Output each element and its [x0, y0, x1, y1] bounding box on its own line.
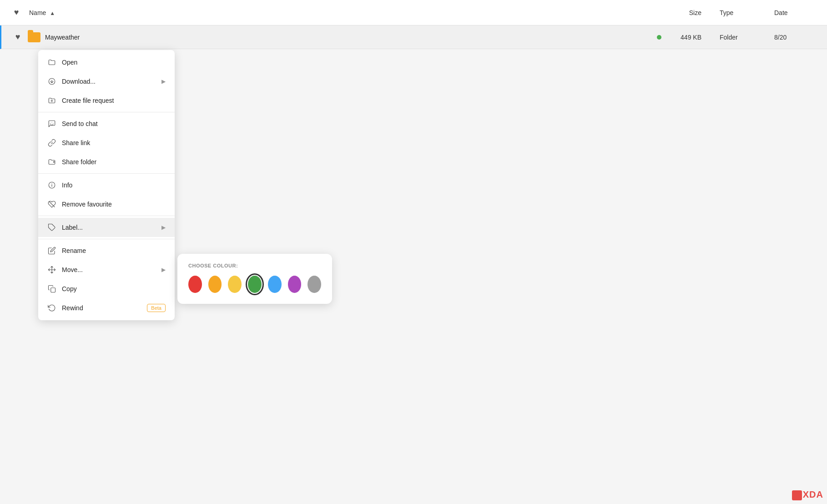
move-icon	[47, 265, 56, 274]
menu-item-remove-favourite[interactable]: Remove favourite	[38, 195, 175, 214]
file-date: 8/20	[774, 34, 820, 41]
sync-status-dot	[657, 35, 661, 40]
menu-remove-favourite-label: Remove favourite	[62, 201, 166, 208]
divider-1	[38, 112, 175, 112]
menu-copy-label: Copy	[62, 285, 166, 292]
header-type-column[interactable]: Type	[720, 9, 774, 16]
rewind-icon	[47, 303, 56, 312]
share-link-icon	[47, 138, 56, 147]
menu-rename-label: Rename	[62, 247, 166, 254]
file-name: Mayweather	[45, 34, 657, 41]
menu-send-to-chat-label: Send to chat	[62, 120, 166, 127]
open-icon	[47, 58, 56, 67]
color-dot-blue[interactable]	[268, 276, 282, 293]
menu-info-label: Info	[62, 181, 166, 189]
file-favourite-icon[interactable]: ♥	[9, 32, 27, 42]
divider-3	[38, 216, 175, 216]
menu-create-file-request-label: Create file request	[62, 97, 166, 104]
menu-item-open[interactable]: Open	[38, 53, 175, 72]
menu-item-share-folder[interactable]: Share folder	[38, 152, 175, 171]
menu-move-label: Move...	[62, 266, 156, 273]
menu-item-rewind[interactable]: Rewind Beta	[38, 298, 175, 318]
label-arrow-icon: ▶	[161, 224, 166, 231]
menu-open-label: Open	[62, 59, 166, 66]
send-to-chat-icon	[47, 119, 56, 128]
file-row-mayweather[interactable]: ♥ Mayweather 449 KB Folder 8/20	[0, 25, 827, 49]
share-folder-icon	[47, 157, 56, 166]
file-size: 449 KB	[665, 34, 720, 41]
menu-item-copy[interactable]: Copy	[38, 279, 175, 298]
color-dots-container	[188, 276, 321, 293]
menu-item-label[interactable]: Label... ▶	[38, 218, 175, 237]
menu-item-create-file-request[interactable]: Create file request	[38, 91, 175, 110]
color-dot-yellow[interactable]	[228, 276, 242, 293]
download-icon	[47, 77, 56, 86]
header-size-column[interactable]: Size	[665, 9, 720, 16]
menu-share-link-label: Share link	[62, 139, 166, 146]
menu-share-folder-label: Share folder	[62, 158, 166, 166]
menu-item-share-link[interactable]: Share link	[38, 133, 175, 152]
color-dot-green[interactable]	[248, 276, 262, 293]
color-dot-purple[interactable]	[288, 276, 302, 293]
move-arrow-icon: ▶	[161, 267, 166, 273]
info-icon	[47, 181, 56, 190]
menu-rewind-label: Rewind	[62, 304, 141, 312]
color-dot-orange[interactable]	[208, 276, 222, 293]
menu-label-label: Label...	[62, 224, 156, 231]
file-list-header: ♥ Name ▲ Size Type Date	[0, 0, 827, 25]
beta-badge: Beta	[147, 304, 166, 312]
menu-item-rename[interactable]: Rename	[38, 241, 175, 260]
create-file-request-icon	[47, 96, 56, 105]
color-dot-gray[interactable]	[308, 276, 321, 293]
menu-item-download[interactable]: Download... ▶	[38, 72, 175, 91]
menu-item-info[interactable]: Info	[38, 176, 175, 195]
file-type: Folder	[720, 34, 774, 41]
header-heart-icon: ♥	[7, 8, 25, 17]
divider-2	[38, 173, 175, 174]
menu-item-send-to-chat[interactable]: Send to chat	[38, 114, 175, 133]
svg-rect-10	[51, 288, 55, 292]
header-name-column[interactable]: Name ▲	[25, 9, 665, 16]
label-icon	[47, 223, 56, 232]
divider-4	[38, 239, 175, 239]
remove-favourite-icon	[47, 200, 56, 209]
header-date-column[interactable]: Date	[774, 9, 820, 16]
rename-icon	[47, 246, 56, 255]
color-dot-red[interactable]	[188, 276, 202, 293]
context-menu: Open Download... ▶ Create file request S…	[38, 50, 175, 320]
menu-download-label: Download...	[62, 78, 156, 85]
color-picker-title: CHOOSE COLOUR:	[188, 263, 321, 268]
download-arrow-icon: ▶	[161, 78, 166, 85]
menu-item-move[interactable]: Move... ▶	[38, 260, 175, 279]
sort-icon: ▲	[50, 10, 55, 16]
folder-icon	[27, 32, 41, 42]
copy-icon	[47, 284, 56, 293]
xda-watermark: XDA	[792, 489, 823, 500]
color-picker-popup: CHOOSE COLOUR:	[177, 254, 332, 304]
